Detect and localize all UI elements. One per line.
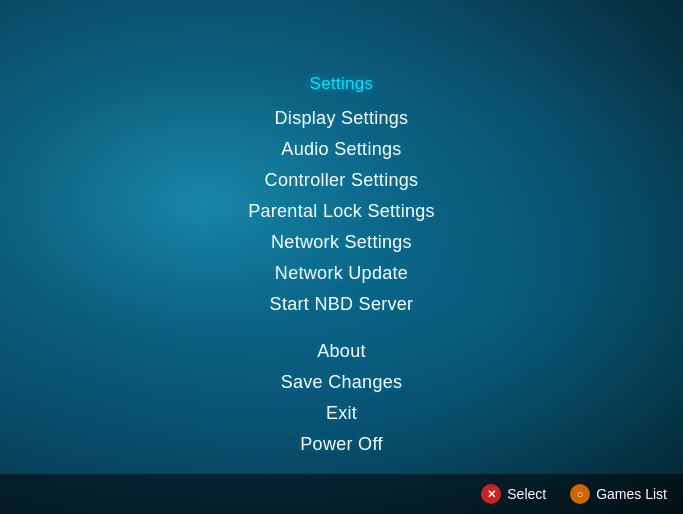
menu-item-power-off[interactable]: Power Off: [212, 430, 472, 459]
menu-item-controller-settings[interactable]: Controller Settings: [212, 166, 472, 195]
select-label: Select: [507, 486, 546, 502]
menu-item-parental-lock-settings[interactable]: Parental Lock Settings: [212, 197, 472, 226]
menu-item-network-settings[interactable]: Network Settings: [212, 228, 472, 257]
menu-item-save-changes[interactable]: Save Changes: [212, 368, 472, 397]
x-button-icon: ✕: [481, 484, 501, 504]
o-button-icon: ○: [570, 484, 590, 504]
menu-item-display-settings[interactable]: Display Settings: [212, 104, 472, 133]
menu-item-network-update[interactable]: Network Update: [212, 259, 472, 288]
menu-title: Settings: [212, 70, 472, 98]
bottom-bar: ✕ Select ○ Games List: [0, 474, 683, 514]
menu-item-exit[interactable]: Exit: [212, 399, 472, 428]
main-menu: Settings Display Settings Audio Settings…: [212, 70, 472, 459]
games-list-action[interactable]: ○ Games List: [570, 484, 667, 504]
menu-item-about[interactable]: About: [212, 337, 472, 366]
select-action[interactable]: ✕ Select: [481, 484, 546, 504]
menu-item-audio-settings[interactable]: Audio Settings: [212, 135, 472, 164]
games-list-label: Games List: [596, 486, 667, 502]
menu-item-start-nbd-server[interactable]: Start NBD Server: [212, 290, 472, 319]
